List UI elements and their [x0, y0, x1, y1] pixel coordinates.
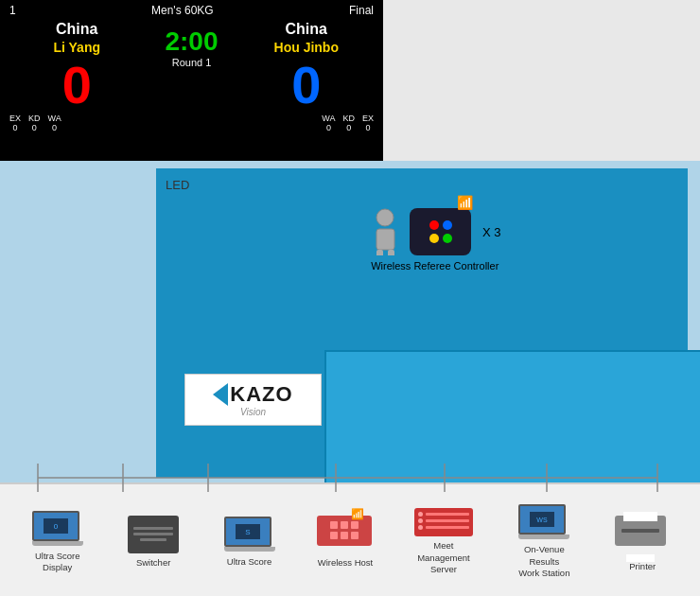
scoreboard: 1 Men's 60KG Final China Li Yang 0 2:00 …	[0, 0, 383, 161]
ctrl-btn-red	[429, 220, 439, 230]
device-label-printer: Printer	[629, 561, 656, 572]
wh-btn-6	[351, 532, 359, 539]
svg-text:S: S	[245, 528, 250, 536]
svg-text:WS: WS	[537, 517, 549, 523]
server-dot-2	[418, 518, 423, 523]
referee-label: Wireless Referee Controller	[371, 260, 499, 272]
left-wa-label: WA	[48, 114, 61, 123]
right-ex-val: 0	[365, 123, 370, 132]
server-dot-1	[418, 512, 423, 517]
round-label: Round 1	[172, 57, 212, 68]
left-ex-label: EX	[9, 114, 21, 123]
svg-rect-3	[388, 250, 394, 255]
kazo-arrow-icon	[213, 383, 228, 406]
printer-paper-in	[623, 512, 657, 521]
wifi-icon: 📶	[457, 195, 473, 210]
laptop-icon-on-venue: WS	[518, 504, 569, 540]
switcher-icon	[128, 516, 179, 553]
right-wa-label: WA	[322, 114, 335, 123]
wh-btn-1	[330, 521, 338, 529]
left-name: Li Yang	[53, 40, 100, 55]
device-label-on-venue: On-Venue ResultsWork Station	[509, 544, 580, 579]
left-wa-val: 0	[52, 123, 57, 132]
device-label-ultra-score: Ultra Score	[227, 556, 272, 568]
left-kd-val: 0	[32, 123, 37, 132]
device-label-wireless-host: Wireless Host	[318, 557, 374, 569]
device-switcher: Switcher	[120, 516, 186, 569]
printer-paper-out	[626, 554, 655, 562]
ctrl-btn-yellow	[429, 234, 439, 243]
right-kd-label: KD	[342, 114, 355, 123]
wh-btn-3	[351, 521, 359, 529]
match-number: 1	[9, 4, 16, 17]
right-name: Hou Jinbo	[274, 40, 339, 55]
controller-count: X 3	[482, 225, 501, 239]
timer: 2:00	[165, 26, 218, 57]
ctrl-btn-blue	[443, 220, 452, 230]
led-label: LED	[166, 178, 189, 192]
device-label-ultra-score-display: Ultra ScoreDisplay	[35, 551, 80, 574]
wireless-host-icon: 📶	[317, 516, 374, 553]
kazo-brand-text: KAZO	[230, 382, 292, 407]
person-icon	[369, 208, 402, 255]
device-on-venue-results: WS On-Venue ResultsWork Station	[509, 504, 580, 579]
device-label-meet-management: Meet ManagementServer	[408, 540, 479, 575]
device-label-switcher: Switcher	[136, 557, 170, 569]
right-country: China	[286, 21, 327, 38]
device-ultra-score: S Ultra Score	[217, 517, 283, 568]
device-wireless-host: 📶 Wireless Host	[312, 516, 378, 569]
printer-slot	[621, 529, 659, 533]
device-meet-management-server: Meet ManagementServer	[408, 508, 479, 575]
controller-device-icon	[410, 208, 471, 255]
right-kd-val: 0	[346, 123, 351, 132]
laptop-icon-ultra-score: S	[224, 517, 275, 552]
connection-lines	[0, 464, 700, 492]
server-dot-3	[418, 525, 423, 530]
left-country: China	[56, 21, 97, 38]
match-round-type: Final	[349, 4, 374, 17]
device-ultra-score-display: 0 Ultra ScoreDisplay	[25, 511, 91, 574]
right-score: 0	[291, 59, 321, 112]
match-category: Men's 60KG	[151, 4, 214, 17]
printer-icon	[615, 512, 670, 557]
referee-controller-area: 📶 X 3 Wireless Referee Controller	[369, 208, 501, 272]
svg-rect-1	[376, 229, 394, 250]
svg-point-0	[376, 209, 394, 226]
laptop-icon-ultra-score-display: 0	[32, 511, 83, 547]
wh-btn-4	[330, 532, 338, 539]
bottom-devices: 0 Ultra ScoreDisplay Switcher S Ultra Sc…	[0, 482, 700, 596]
wh-btn-5	[341, 532, 348, 539]
wireless-antenna-icon: 📶	[351, 508, 364, 520]
svg-rect-2	[376, 250, 383, 255]
left-score: 0	[62, 59, 92, 112]
svg-text:0: 0	[53, 522, 58, 531]
wh-btn-2	[341, 521, 348, 529]
left-ex-val: 0	[13, 123, 18, 132]
ctrl-btn-green	[443, 234, 452, 243]
kazo-logo: KAZO Vision	[184, 374, 322, 426]
left-kd-label: KD	[28, 114, 41, 123]
server-icon	[414, 508, 473, 536]
right-wa-val: 0	[326, 123, 331, 132]
device-printer: Printer	[609, 512, 675, 572]
kazo-vision-text: Vision	[240, 407, 266, 417]
right-ex-label: EX	[362, 114, 374, 123]
